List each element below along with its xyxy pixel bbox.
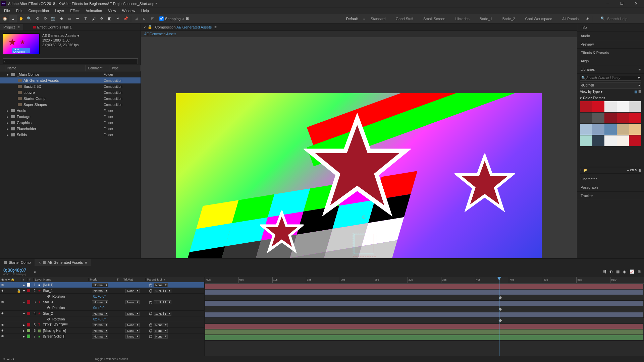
toggle-switches-button[interactable]: Toggle Switches / Modes [95, 357, 128, 361]
visibility-toggle[interactable]: 👁 [0, 312, 5, 315]
add-icon[interactable]: + [580, 169, 582, 172]
local-axis-tool[interactable]: ◢ [132, 15, 140, 22]
paragraph-panel-tab[interactable]: Paragraph [577, 183, 644, 192]
view-by-type-dropdown[interactable]: View by Type [580, 90, 600, 94]
comp-breadcrumb[interactable]: AE Generated Assets [141, 31, 577, 37]
project-item[interactable]: ▸PlaceholderFolder [0, 126, 141, 132]
zoom-tool[interactable]: 🔍 [25, 15, 33, 22]
twirl-icon[interactable]: ▾ [21, 289, 26, 293]
chevron-down-icon[interactable]: ▾ [77, 34, 79, 38]
draft-3d-icon[interactable]: ◐ [609, 269, 613, 274]
libraries-panel-tab[interactable]: Libraries≡ [577, 65, 644, 74]
col-comment[interactable]: Comment [86, 65, 109, 71]
comp-mini-flowchart-icon[interactable]: ⇶ [603, 269, 606, 274]
property-value[interactable]: 0x +0.0° [93, 317, 106, 321]
snapping-checkbox[interactable] [159, 16, 164, 21]
rotation-tool[interactable]: ⟳ [42, 15, 49, 22]
library-select[interactable]: eCornell▾ [580, 82, 641, 88]
menu-layer[interactable]: Layer [52, 8, 67, 13]
twirl-icon[interactable]: ▸ [6, 109, 9, 113]
folder-icon[interactable]: 📁 [583, 169, 587, 172]
pickwhip-icon[interactable]: @ [149, 335, 154, 338]
timeline-track[interactable] [205, 329, 644, 335]
timeline-track[interactable] [205, 335, 644, 341]
project-search-input[interactable] [3, 58, 138, 64]
twirl-icon[interactable]: ▸ [21, 323, 26, 327]
project-item[interactable]: ▾_Main CompsFolder [0, 71, 141, 77]
twirl-icon[interactable]: ▸ [21, 283, 26, 287]
brush-tool[interactable]: 🖌 [90, 15, 97, 22]
menu-view[interactable]: View [105, 8, 119, 13]
project-item[interactable]: Basic 2.5DComposition [0, 83, 141, 89]
workspace-overflow[interactable]: ≫ [584, 15, 591, 22]
lock-icon[interactable]: 🔒 [148, 25, 152, 29]
color-theme-row[interactable] [580, 124, 641, 135]
label-color[interactable] [27, 323, 30, 326]
mode-dropdown[interactable]: Normal [92, 283, 108, 287]
color-theme-row[interactable] [580, 135, 641, 146]
type-tool[interactable]: T [82, 15, 89, 22]
twirl-icon[interactable]: ▸ [6, 121, 9, 125]
col-mode[interactable]: Mode [89, 278, 115, 281]
twirl-icon[interactable]: ▸ [6, 133, 9, 137]
twirl-icon[interactable]: ▾ [21, 300, 26, 304]
twirl-icon[interactable]: ▾ [21, 312, 26, 315]
playhead[interactable] [499, 277, 499, 356]
stopwatch-icon[interactable]: ⏱ [47, 306, 50, 310]
minimize-button[interactable]: ─ [601, 0, 614, 7]
close-tab-icon[interactable]: × [39, 260, 41, 264]
snap-align-icon[interactable]: ⊞ [186, 16, 189, 21]
comp-name-link[interactable]: AE Generated Assets [176, 25, 212, 29]
workspace-allpanels[interactable]: All Panels [557, 15, 583, 22]
twirl-icon[interactable]: ▸ [21, 329, 26, 333]
twirl-icon[interactable]: ▾ [6, 72, 9, 77]
eraser-tool[interactable]: ◧ [106, 15, 113, 22]
pickwhip-icon[interactable]: @ [149, 289, 154, 293]
mode-dropdown[interactable]: Normal [92, 300, 108, 304]
roto-tool[interactable]: ✴ [114, 15, 121, 22]
color-theme-row[interactable] [580, 113, 641, 123]
twirl-icon[interactable]: ▸ [6, 127, 9, 131]
label-color[interactable] [27, 312, 30, 315]
timeline-layer[interactable]: 👁 🔒 ▾ 2 ★ Star_1 Normal None @ 1. Null 1 [0, 288, 204, 294]
parent-dropdown[interactable]: None [154, 283, 168, 287]
label-color[interactable] [27, 300, 30, 304]
menu-window[interactable]: Window [119, 8, 138, 13]
workspace-standard[interactable]: Standard [366, 15, 390, 22]
frame-blend-icon[interactable]: ▦ [616, 269, 620, 274]
col-layer-name[interactable]: Layer Name [34, 278, 89, 281]
trkmat-dropdown[interactable]: None [125, 312, 140, 316]
trkmat-dropdown[interactable]: None [125, 323, 140, 327]
mode-dropdown[interactable]: Normal [92, 312, 108, 316]
workspace-default[interactable]: Default [341, 15, 363, 22]
mode-dropdown[interactable]: Normal [92, 335, 108, 339]
pan-behind-tool[interactable]: ⊕ [58, 15, 65, 22]
menu-help[interactable]: Help [139, 8, 152, 13]
panel-menu-icon[interactable]: ≡ [214, 25, 216, 29]
mode-dropdown[interactable]: Normal [92, 329, 108, 333]
world-axis-tool[interactable]: ◣ [141, 15, 148, 22]
project-item[interactable]: ▸AudioFolder [0, 108, 141, 114]
list-view-icon[interactable]: ☰ [638, 90, 641, 94]
label-color[interactable] [27, 289, 30, 292]
pen-tool[interactable]: ✒ [74, 15, 81, 22]
parent-dropdown[interactable]: 1. Null 1 [154, 312, 171, 316]
menu-file[interactable]: File [1, 8, 13, 13]
timeline-tab-aegen[interactable]: × AE Generated Assets ≡ [35, 259, 91, 266]
workspace-bode1[interactable]: Bode_1 [475, 15, 497, 22]
timeline-layer[interactable]: 👁 ▾ 4 ★ Star_2 Normal None @ 1. Null 1 [0, 311, 204, 316]
orbit-tool[interactable]: ⟲ [34, 15, 41, 22]
pickwhip-icon[interactable]: @ [149, 312, 154, 315]
close-button[interactable]: ✕ [629, 0, 643, 7]
pickwhip-icon[interactable]: @ [149, 300, 154, 304]
home-tool[interactable]: 🏠 [1, 15, 9, 22]
puppet-tool[interactable]: 📌 [122, 15, 129, 22]
sync-icon[interactable]: ↻ [635, 169, 637, 172]
timeline-layer[interactable]: 👁 ▸ 7 ■ [Green Solid 1] Normal None @ No… [0, 334, 204, 339]
project-item[interactable]: ▸GraphicsFolder [0, 120, 141, 126]
menu-animation[interactable]: Animation [83, 8, 105, 13]
panel-menu-icon[interactable]: ≡ [639, 67, 641, 71]
graph-editor-icon[interactable]: 📈 [630, 269, 634, 274]
menu-effect[interactable]: Effect [67, 8, 82, 13]
mode-dropdown[interactable]: Normal [92, 323, 108, 327]
